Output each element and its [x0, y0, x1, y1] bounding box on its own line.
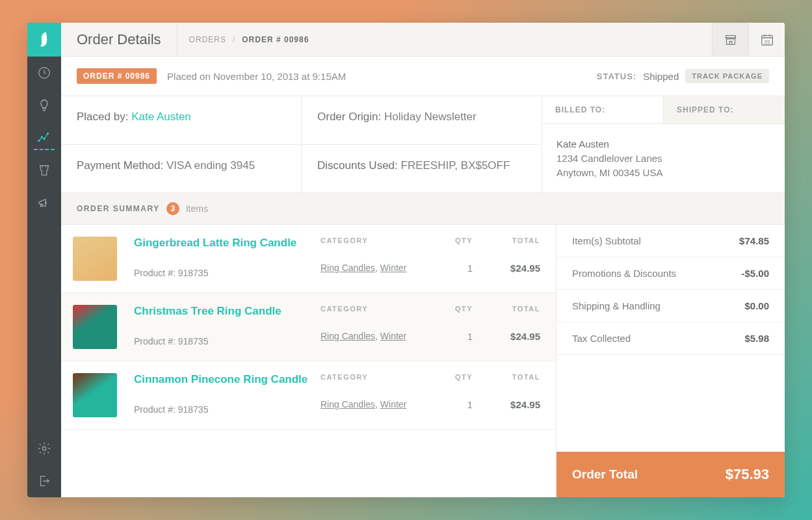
sidebar [27, 23, 61, 497]
line-total: $24.95 [475, 399, 540, 410]
breadcrumb-current: ORDER # 00986 [242, 35, 309, 44]
line-item: Christmas Tree Ring Candle Product #: 91… [61, 293, 556, 361]
tax-value: $5.98 [744, 333, 769, 344]
status-value: Shipped [643, 71, 679, 82]
status-label: STATUS: [597, 72, 636, 81]
discounts-value: FREESHIP, BX$5OFF [401, 159, 510, 172]
category-link[interactable]: Ring Candles [321, 399, 375, 410]
line-item: Gingerbread Latte Ring Candle Product #:… [61, 225, 556, 293]
svg-point-1 [38, 140, 40, 141]
svg-point-5 [42, 447, 46, 450]
address-line2: Anytown, MI 00345 USA [557, 166, 770, 180]
col-category: CATEGORY [321, 237, 425, 244]
product-categories: Ring Candles, Winter [321, 331, 425, 341]
nav-settings[interactable] [27, 432, 61, 465]
svg-point-2 [41, 136, 42, 138]
summary-count-badge: 3 [166, 202, 179, 215]
brand-logo[interactable] [27, 23, 61, 57]
shipped-to-tab[interactable]: SHIPPED TO: [664, 96, 785, 124]
address-line1: 1234 Candlelover Lanes [557, 151, 770, 166]
breadcrumb: ORDERS / ORDER # 00986 [177, 35, 321, 44]
origin-label: Order Origin: [317, 110, 381, 123]
product-categories: Ring Candles, Winter [321, 263, 425, 273]
track-package-button[interactable]: TRACK PACKAGE [685, 69, 769, 83]
qty-value: 1 [427, 331, 473, 342]
discounts-label: Discounts Used: [317, 159, 398, 172]
category-link[interactable]: Ring Candles [321, 331, 375, 341]
nav-marketing[interactable] [27, 187, 61, 219]
order-info-grid: Placed by: Kate Austen Order Origin: Hol… [61, 96, 785, 193]
nav-activity[interactable] [27, 57, 61, 89]
subtotal-value: $74.85 [739, 235, 769, 246]
tax-row: Tax Collected$5.98 [557, 322, 785, 355]
order-placed-text: Placed on November 10, 2013 at 9:15AM [167, 71, 346, 82]
summary-title: ORDER SUMMARY [77, 204, 160, 213]
product-name[interactable]: Cinnamon Pinecone Ring Candle [134, 373, 318, 386]
order-header: ORDER # 00986 Placed on November 10, 201… [61, 57, 785, 96]
breadcrumb-sep: / [233, 35, 235, 44]
store-icon[interactable] [712, 23, 748, 56]
category-link[interactable]: Ring Candles [321, 263, 375, 273]
line-total: $24.95 [475, 263, 540, 274]
col-qty: QTY [427, 373, 473, 381]
product-thumb[interactable] [73, 305, 117, 349]
product-thumb[interactable] [73, 237, 117, 281]
col-category: CATEGORY [321, 373, 425, 381]
col-total: TOTAL [475, 305, 540, 313]
billed-to-tab[interactable]: BILLED TO: [542, 96, 664, 124]
subtotal-label: Item(s) Subtotal [572, 235, 641, 246]
qty-value: 1 [427, 399, 473, 410]
address-name: Kate Austen [557, 137, 770, 151]
origin-cell: Order Origin: Holiday Newsletter [302, 96, 542, 145]
ship-value: $0.00 [744, 300, 769, 311]
line-items: Gingerbread Latte Ring Candle Product #:… [61, 225, 556, 497]
payment-cell: Payment Method: VISA ending 3945 [61, 145, 302, 194]
category-link[interactable]: Winter [380, 399, 406, 410]
promo-value: -$5.00 [741, 268, 769, 279]
totals-panel: Item(s) Subtotal$74.85 Promotions & Disc… [556, 225, 785, 497]
breadcrumb-root[interactable]: ORDERS [189, 35, 226, 44]
grand-value: $75.93 [726, 466, 769, 483]
main-content: Order Details ORDERS / ORDER # 00986 23 … [61, 23, 785, 497]
line-item: Cinnamon Pinecone Ring Candle Product #:… [61, 361, 556, 430]
qty-value: 1 [427, 263, 473, 274]
payment-value: VISA ending 3945 [166, 159, 255, 172]
col-total: TOTAL [475, 373, 540, 381]
product-name[interactable]: Christmas Tree Ring Candle [134, 305, 318, 318]
tax-label: Tax Collected [572, 333, 631, 344]
grand-label: Order Total [572, 467, 638, 482]
product-categories: Ring Candles, Winter [321, 399, 425, 410]
summary-header: ORDER SUMMARY 3 Items [61, 193, 785, 225]
nav-products[interactable] [27, 154, 61, 187]
product-name[interactable]: Gingerbread Latte Ring Candle [134, 237, 318, 250]
placed-by-label: Placed by: [77, 110, 128, 123]
svg-point-4 [47, 133, 48, 134]
calendar-icon[interactable]: 23 [748, 23, 785, 56]
product-sku: Product #: 918735 [134, 404, 318, 415]
svg-text:23: 23 [764, 38, 769, 44]
page-title: Order Details [61, 23, 177, 56]
nav-ideas[interactable] [27, 89, 61, 122]
product-sku: Product #: 918735 [134, 268, 318, 278]
line-total: $24.95 [475, 331, 540, 342]
shipping-row: Shipping & Handling$0.00 [557, 290, 785, 322]
category-link[interactable]: Winter [380, 263, 406, 273]
nav-logout[interactable] [27, 465, 61, 497]
nav-analytics[interactable] [27, 122, 61, 154]
col-qty: QTY [427, 237, 473, 244]
subtotal-row: Item(s) Subtotal$74.85 [557, 225, 785, 257]
customer-link[interactable]: Kate Austen [131, 110, 191, 123]
origin-value: Holiday Newsletter [384, 110, 477, 123]
topbar: Order Details ORDERS / ORDER # 00986 23 [61, 23, 785, 57]
address-panel: BILLED TO: SHIPPED TO: Kate Austen 1234 … [542, 96, 785, 193]
col-category: CATEGORY [321, 305, 425, 313]
col-total: TOTAL [475, 237, 540, 244]
placed-by-cell: Placed by: Kate Austen [61, 96, 302, 145]
address-body: Kate Austen 1234 Candlelover Lanes Anyto… [542, 124, 785, 192]
discounts-cell: Discounts Used: FREESHIP, BX$5OFF [302, 145, 542, 194]
category-link[interactable]: Winter [380, 331, 406, 341]
app-window: Order Details ORDERS / ORDER # 00986 23 … [27, 23, 785, 497]
grand-total-row: Order Total$75.93 [557, 452, 785, 497]
product-thumb[interactable] [73, 373, 117, 417]
payment-label: Payment Method: [77, 159, 163, 172]
